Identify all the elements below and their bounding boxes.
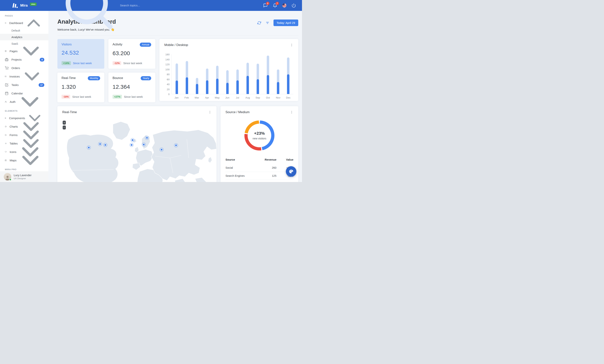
source-medium-title: Source / Medium	[226, 110, 250, 114]
bar-segment-mobile	[287, 74, 289, 94]
stat-caption: Since last week	[123, 62, 142, 65]
palette-icon	[289, 169, 294, 174]
map-zoom-in-button[interactable]: +	[63, 121, 66, 125]
language-flag-us-icon[interactable]	[282, 3, 286, 8]
refresh-icon[interactable]	[257, 21, 261, 25]
notifications-count-badge: 7	[276, 2, 279, 5]
x-axis-label: May	[214, 96, 221, 99]
grid-icon	[5, 116, 6, 120]
sidebar-item-pages[interactable]: Pages	[0, 47, 48, 55]
sidebar-item-auth[interactable]: Auth	[0, 98, 48, 106]
sign-out-button[interactable]	[291, 3, 296, 8]
stat-value: 12.364	[113, 84, 151, 90]
stat-title: Visitors	[62, 43, 72, 46]
bar-dec[interactable]	[287, 54, 289, 94]
stat-period-pill[interactable]: Annual	[140, 43, 151, 47]
online-status-dot	[9, 178, 12, 181]
sidebar-user-footer[interactable]: Lucy Lavender UX Designer	[0, 171, 48, 182]
source-medium-table: Source Revenue Value Social260+35%Search…	[226, 156, 293, 182]
map-zoom-out-button[interactable]: −	[63, 126, 66, 129]
stat-caption: Since last week	[72, 95, 91, 98]
bar-oct[interactable]	[267, 54, 269, 94]
top-navbar: Mira PRO 3 7	[0, 0, 302, 11]
donut-center-value: +23%	[254, 131, 265, 136]
source-menu-kebab-icon[interactable]	[290, 110, 293, 114]
today-button[interactable]: Today: April 29	[274, 20, 298, 26]
y-axis-tick: 0	[168, 93, 170, 96]
map-icon	[5, 159, 7, 162]
bar-feb[interactable]	[186, 54, 188, 94]
theme-customizer-fab[interactable]	[286, 166, 296, 177]
y-axis-tick: 120	[165, 63, 170, 66]
sidebar-item-maps[interactable]: Maps	[0, 156, 48, 164]
bar-segment-mobile	[236, 80, 239, 94]
map-marker[interactable]	[104, 144, 107, 146]
x-axis-label: Sep	[254, 96, 262, 99]
delta-chip: +14%	[62, 61, 71, 65]
sidebar-item-invoices[interactable]: Invoices	[0, 72, 48, 81]
sidebar: PagesDashboardDefaultAnalyticsSaaSPagesP…	[0, 11, 48, 182]
x-axis-label: Mar	[193, 96, 201, 99]
avatar	[4, 173, 11, 180]
app-root: Mira PRO 3 7 PagesDashboardDefaultAnalyt…	[0, 0, 302, 182]
map-marker[interactable]	[175, 144, 177, 147]
bar-sep[interactable]	[257, 54, 259, 94]
sidebar-nav: PagesDashboardDefaultAnalyticsSaaSPagesP…	[0, 11, 48, 171]
chart-menu-kebab-icon[interactable]	[290, 43, 293, 47]
cell-value: +46%	[276, 180, 293, 182]
map-menu-kebab-icon[interactable]	[208, 110, 212, 114]
stat-column-2: Activity Annual 63.200 -12% Since last w…	[108, 39, 155, 102]
bar-segment-mobile	[176, 80, 178, 94]
cell-source: Direct	[226, 180, 256, 182]
users-icon	[5, 100, 7, 104]
table-row[interactable]: Search Engines125-12%	[226, 172, 293, 180]
map-marker[interactable]	[99, 143, 101, 145]
map-marker[interactable]	[88, 146, 90, 149]
notifications-button[interactable]: 7	[273, 3, 277, 8]
filter-icon[interactable]	[266, 21, 269, 25]
user-name: Lucy Lavender	[14, 174, 32, 177]
stat-value: 63.200	[113, 50, 151, 56]
search-input[interactable]	[120, 4, 172, 7]
check-square-icon	[5, 133, 7, 137]
map-marker[interactable]	[131, 139, 134, 141]
bar-apr[interactable]	[206, 54, 208, 94]
bar-segment-mobile	[267, 75, 269, 94]
map-marker[interactable]	[130, 144, 133, 146]
bar-aug[interactable]	[246, 54, 249, 94]
stacked-bar-chart: 020406080100120140160	[164, 54, 293, 94]
y-axis-tick: 60	[167, 78, 170, 81]
world-map[interactable]: + −	[57, 117, 216, 182]
table-header-value: Value	[276, 156, 293, 164]
messages-button[interactable]: 3	[263, 3, 268, 8]
bar-may[interactable]	[216, 54, 218, 94]
bar-nov[interactable]	[277, 54, 279, 94]
map-marker[interactable]	[146, 137, 148, 139]
stat-title: Real-Time	[62, 76, 76, 80]
chart-x-axis: JanFebMarAprMayJunJulAugSepOctNovDec	[171, 96, 293, 99]
map-marker[interactable]	[143, 143, 145, 146]
sidebar-item-dashboard[interactable]: Dashboard	[0, 19, 48, 27]
cell-source: Social	[226, 164, 256, 172]
bar-jun[interactable]	[226, 54, 229, 94]
chevron-down-icon	[16, 147, 44, 171]
y-axis-tick: 100	[165, 68, 170, 71]
map-zoom-controls: + −	[63, 121, 66, 129]
sliders-icon	[5, 21, 6, 25]
table-row[interactable]: Social260+35%	[226, 164, 293, 172]
chevron-up-icon	[23, 13, 44, 34]
brand-name: Mira	[20, 3, 28, 8]
x-axis-label: Jun	[224, 96, 231, 99]
bar-jul[interactable]	[236, 54, 239, 94]
stat-period-pill[interactable]: Monthly	[88, 76, 100, 80]
table-row[interactable]: Direct164+46%	[226, 180, 293, 182]
chart-title: Mobile / Desktop	[164, 43, 188, 47]
bottom-row: Real-Time + −	[57, 106, 298, 182]
bar-mar[interactable]	[196, 54, 198, 94]
brand[interactable]: Mira PRO	[12, 3, 37, 8]
stat-period-pill[interactable]: Yearly	[141, 76, 151, 80]
x-axis-label: Oct	[264, 96, 272, 99]
map-marker[interactable]	[160, 148, 163, 151]
bar-jan[interactable]	[176, 54, 178, 94]
user-role: UX Designer	[14, 177, 32, 180]
